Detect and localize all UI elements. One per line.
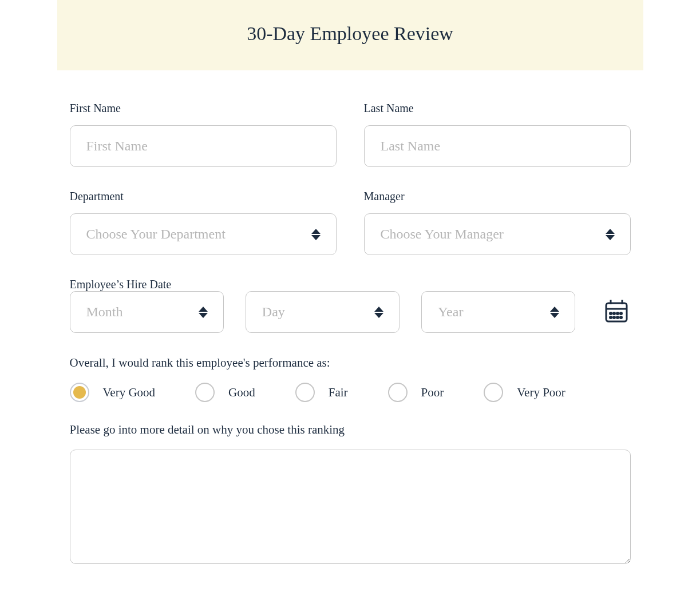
performance-options: Very Good Good Fair <box>70 383 631 402</box>
hire-date-row: Month Day <box>70 291 631 333</box>
radio-very-poor[interactable]: Very Poor <box>484 383 565 402</box>
department-group: Department Choose Your Department <box>70 190 337 255</box>
radio-label: Very Poor <box>517 386 565 400</box>
radio-circle <box>388 383 408 402</box>
hire-month-display: Month <box>70 291 224 333</box>
last-name-group: Last Name <box>364 102 631 167</box>
svg-point-7 <box>620 312 622 314</box>
radio-poor[interactable]: Poor <box>388 383 444 402</box>
hire-month-select[interactable]: Month <box>70 291 224 333</box>
manager-select[interactable]: Choose Your Manager <box>364 213 631 255</box>
hire-month-group: Month <box>70 291 224 333</box>
radio-circle <box>484 383 503 402</box>
radio-label: Very Good <box>103 386 156 400</box>
department-select-display: Choose Your Department <box>70 213 337 255</box>
detail-section: Please go into more detail on why you ch… <box>70 423 631 566</box>
svg-point-11 <box>620 316 622 318</box>
last-name-input[interactable] <box>364 125 631 167</box>
department-select[interactable]: Choose Your Department <box>70 213 337 255</box>
detail-textarea[interactable] <box>70 450 631 564</box>
radio-circle <box>70 383 89 402</box>
radio-label: Good <box>228 386 255 400</box>
hire-day-select[interactable]: Day <box>246 291 400 333</box>
hire-year-display: Year <box>421 291 575 333</box>
svg-point-5 <box>614 312 615 314</box>
calendar-icon <box>603 297 630 325</box>
page-title: 30-Day Employee Review <box>69 23 632 45</box>
svg-point-8 <box>610 316 612 318</box>
radio-circle <box>195 383 215 402</box>
hire-year-group: Year <box>421 291 575 333</box>
hire-date-section: Employee’s Hire Date Month Day <box>70 278 631 333</box>
calendar-button[interactable] <box>597 297 630 327</box>
manager-group: Manager Choose Your Manager <box>364 190 631 255</box>
svg-point-9 <box>614 316 615 318</box>
first-name-group: First Name <box>70 102 337 167</box>
manager-label: Manager <box>364 190 631 203</box>
detail-label: Please go into more detail on why you ch… <box>70 423 631 437</box>
performance-section: Overall, I would rank this employee's pe… <box>70 356 631 402</box>
form-container: 30-Day Employee Review First Name Last N… <box>13 0 688 566</box>
hire-day-display: Day <box>246 291 400 333</box>
manager-select-display: Choose Your Manager <box>364 213 631 255</box>
radio-circle <box>295 383 315 402</box>
radio-label: Fair <box>329 386 348 400</box>
radio-label: Poor <box>421 386 444 400</box>
radio-good[interactable]: Good <box>195 383 255 402</box>
svg-point-10 <box>617 316 619 318</box>
svg-point-6 <box>617 312 619 314</box>
department-label: Department <box>70 190 337 203</box>
hire-year-select[interactable]: Year <box>421 291 575 333</box>
header-banner: 30-Day Employee Review <box>57 0 643 70</box>
name-row: First Name Last Name <box>70 102 631 167</box>
first-name-input[interactable] <box>70 125 337 167</box>
form-body: First Name Last Name Department Choose Y… <box>18 102 682 566</box>
radio-fair[interactable]: Fair <box>295 383 348 402</box>
svg-point-4 <box>610 312 612 314</box>
radio-very-good[interactable]: Very Good <box>70 383 156 402</box>
dept-manager-row: Department Choose Your Department Manage… <box>70 190 631 255</box>
last-name-label: Last Name <box>364 102 631 115</box>
hire-day-group: Day <box>246 291 400 333</box>
hire-date-label: Employee’s Hire Date <box>70 278 172 291</box>
first-name-label: First Name <box>70 102 337 115</box>
performance-question: Overall, I would rank this employee's pe… <box>70 356 631 370</box>
